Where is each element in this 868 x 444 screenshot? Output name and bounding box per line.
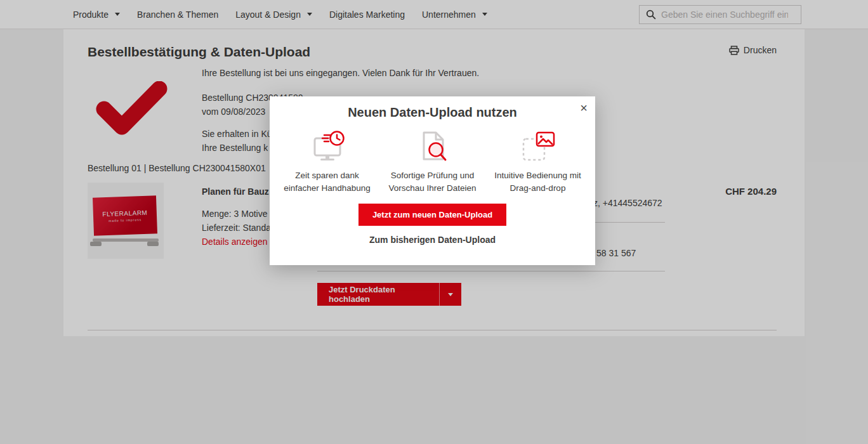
modal-features: Zeit sparen dank einfacher Handhabung So… bbox=[270, 129, 595, 195]
new-upload-modal: × Neuen Daten-Upload nutzen Zeit sparen … bbox=[270, 96, 595, 265]
new-upload-button[interactable]: Jetzt zum neuen Daten-Upload bbox=[358, 204, 506, 226]
feature-caption: Zeit sparen dank einfacher Handhabung bbox=[284, 169, 371, 195]
feature-caption: Sofortige Prüfung und Vorschau Ihrer Dat… bbox=[388, 169, 476, 195]
feature-time-saving: Zeit sparen dank einfacher Handhabung bbox=[275, 129, 380, 195]
feature-instant-check: Sofortige Prüfung und Vorschau Ihrer Dat… bbox=[380, 129, 485, 195]
feature-drag-drop: Intuitive Bedienung mit Drag-and-drop bbox=[485, 129, 591, 195]
document-search-icon bbox=[415, 130, 450, 164]
modal-title: Neuen Daten-Upload nutzen bbox=[270, 105, 595, 120]
drag-drop-image-icon bbox=[520, 130, 556, 164]
feature-caption: Intuitive Bedienung mit Drag-and-drop bbox=[494, 169, 581, 195]
monitor-clock-icon bbox=[308, 130, 346, 164]
old-upload-link[interactable]: Zum bisherigen Daten-Upload bbox=[270, 235, 595, 245]
close-icon[interactable]: × bbox=[580, 100, 588, 115]
